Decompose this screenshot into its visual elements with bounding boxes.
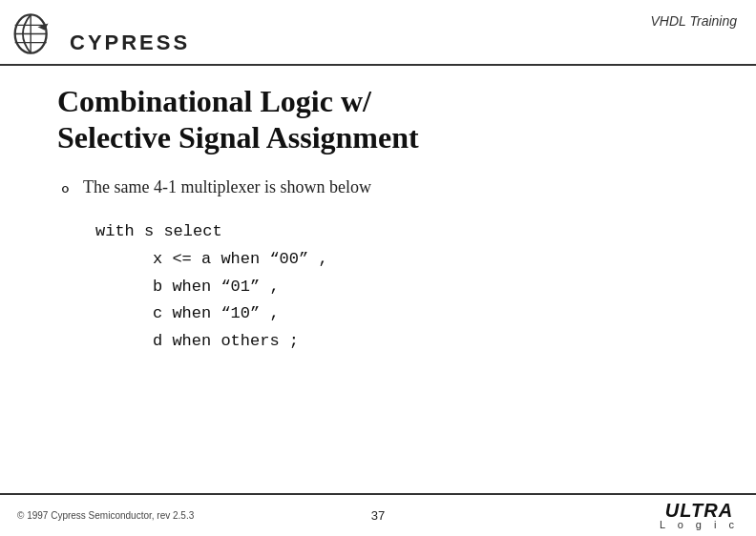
- vhdl-training-label: VHDL Training: [650, 13, 737, 29]
- code-line-5: d when others ;: [153, 328, 699, 356]
- page-number: 37: [371, 508, 385, 523]
- code-line-2: x <= a when “00” ,: [153, 246, 699, 274]
- copyright-text: © 1997 Cypress Semiconductor, rev 2.5.3: [17, 510, 194, 521]
- footer: © 1997 Cypress Semiconductor, rev 2.5.3 …: [0, 493, 756, 536]
- code-line-1: with s select: [95, 218, 699, 246]
- code-block: with s select x <= a when “00” , b when …: [95, 218, 699, 356]
- slide-content: Combinational Logic w/ Selective Signal …: [0, 66, 756, 356]
- ultra-text: ULTRA: [665, 501, 733, 520]
- code-line-3: b when “01” ,: [153, 274, 699, 301]
- header: CYPRESS VHDL Training: [0, 0, 756, 66]
- ultra-logic-brand: ULTRA L o g i c: [660, 501, 739, 530]
- logo-area: CYPRESS: [11, 8, 190, 60]
- code-line-4: c when “10” ,: [153, 300, 699, 328]
- company-name: CYPRESS: [70, 31, 190, 55]
- logic-text: L o g i c: [660, 520, 739, 530]
- slide-title: Combinational Logic w/ Selective Signal …: [57, 83, 699, 156]
- bullet-item: ⚬ The same 4-1 multiplexer is shown belo…: [57, 177, 699, 201]
- bullet-icon: ⚬: [57, 178, 74, 201]
- cypress-logo-icon: [11, 8, 64, 60]
- bullet-text: The same 4-1 multiplexer is shown below: [83, 177, 371, 197]
